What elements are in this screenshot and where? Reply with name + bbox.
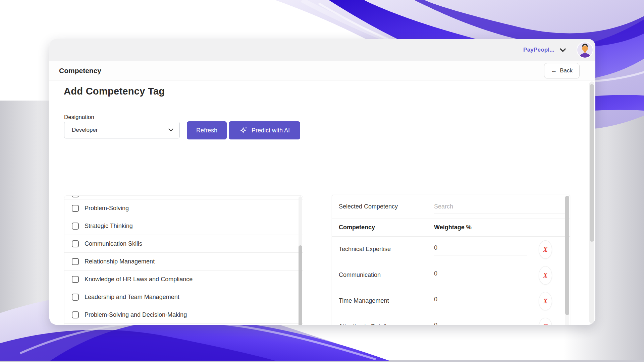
- list-item[interactable]: Problem-Solving: [64, 199, 303, 217]
- table-row: Technical Expertise X: [332, 237, 570, 262]
- checkbox[interactable]: [72, 311, 79, 318]
- list-item-label: Problem-Solving: [85, 205, 129, 212]
- window-scrollbar-thumb[interactable]: [590, 84, 594, 242]
- remove-x-icon: X: [543, 246, 547, 253]
- checkbox[interactable]: [72, 240, 79, 247]
- checkbox[interactable]: [72, 223, 79, 230]
- competency-checklist: Problem-Solving Strategic Thinking Commu…: [64, 195, 303, 325]
- selected-competency-title: Selected Competency: [339, 203, 398, 210]
- list-row-partial: [64, 196, 303, 199]
- page-header: Competency ← Back: [49, 61, 595, 80]
- back-button-label: Back: [560, 67, 573, 74]
- checkbox[interactable]: [72, 276, 79, 283]
- chevron-down-icon[interactable]: [560, 48, 566, 52]
- screen: PayPeopl... Competency: [0, 0, 644, 362]
- remove-row-button[interactable]: X: [539, 240, 552, 259]
- remove-x-icon: X: [543, 323, 547, 325]
- column-header-weightage: Weightage %: [434, 224, 472, 231]
- competency-name: Communication: [339, 272, 381, 279]
- column-header-competency: Competency: [339, 224, 375, 231]
- table-row: Attention to Detail X: [332, 314, 570, 325]
- table-row: Communication X: [332, 262, 570, 288]
- predict-with-ai-button[interactable]: Predict with AI: [229, 121, 300, 139]
- table-row: Time Management X: [332, 288, 570, 314]
- remove-row-button[interactable]: X: [539, 318, 552, 325]
- designation-selected-value: Developer: [72, 127, 168, 133]
- weightage-input[interactable]: [434, 318, 527, 325]
- list-item[interactable]: Communication Skills: [64, 235, 303, 253]
- competency-name: Time Management: [339, 297, 389, 304]
- list-scrollbar[interactable]: [299, 196, 302, 325]
- panel-scrollbar[interactable]: [565, 196, 569, 325]
- weightage-input[interactable]: [434, 241, 527, 255]
- remove-x-icon: X: [543, 272, 547, 279]
- search-input[interactable]: [434, 200, 565, 214]
- list-item[interactable]: Leadership and Team Management: [64, 288, 303, 306]
- competency-name: Attention to Detail: [339, 323, 386, 325]
- predict-button-label: Predict with AI: [252, 127, 290, 134]
- window-scrollbar[interactable]: [589, 81, 594, 324]
- list-item[interactable]: Knowledge of HR Laws and Compliance: [64, 270, 303, 288]
- checkbox[interactable]: [72, 258, 79, 265]
- list-item-label: Problem-Solving and Decision-Making: [85, 311, 187, 318]
- app-window: PayPeopl... Competency: [49, 39, 595, 325]
- chevron-down-icon: [168, 128, 173, 132]
- back-arrow-icon: ←: [551, 67, 557, 74]
- list-item[interactable]: Strategic Thinking: [64, 217, 303, 235]
- avatar[interactable]: [577, 42, 593, 58]
- content-area: Add Competency Tag Designation Developer…: [49, 80, 595, 325]
- panel-scrollbar-thumb[interactable]: [565, 196, 569, 315]
- remove-row-button[interactable]: X: [539, 292, 552, 310]
- weightage-input[interactable]: [434, 266, 527, 281]
- selected-panel-columns: Competency Weightage %: [332, 219, 570, 237]
- account-menu-label[interactable]: PayPeopl...: [523, 47, 554, 53]
- refresh-button-label: Refresh: [196, 127, 217, 134]
- list-item-label: Strategic Thinking: [85, 223, 133, 230]
- checkbox[interactable]: [72, 196, 79, 197]
- competency-name: Technical Expertise: [339, 246, 391, 253]
- top-bar: PayPeopl...: [49, 39, 595, 61]
- remove-row-button[interactable]: X: [539, 266, 552, 285]
- page-title: Competency: [59, 67, 101, 75]
- list-scrollbar-thumb[interactable]: [299, 245, 302, 325]
- refresh-button[interactable]: Refresh: [187, 121, 227, 139]
- list-item[interactable]: Problem-Solving and Decision-Making: [64, 306, 303, 324]
- checkbox[interactable]: [72, 294, 79, 301]
- list-item-label: Relationship Management: [85, 258, 155, 265]
- list-item-label: Knowledge of HR Laws and Compliance: [85, 276, 193, 283]
- back-button[interactable]: ← Back: [544, 63, 580, 78]
- selected-panel-header: Selected Competency: [332, 195, 570, 219]
- list-item[interactable]: Relationship Management: [64, 253, 303, 270]
- form-title: Add Competency Tag: [64, 86, 165, 97]
- sparkle-icon: [239, 126, 248, 134]
- checkbox[interactable]: [72, 205, 79, 212]
- designation-label: Designation: [64, 114, 94, 121]
- designation-select[interactable]: Developer: [64, 122, 180, 138]
- list-item-label: Leadership and Team Management: [85, 294, 179, 301]
- weightage-input[interactable]: [434, 292, 527, 307]
- selected-competency-panel: Selected Competency Competency Weightage…: [332, 195, 570, 325]
- remove-x-icon: X: [543, 297, 547, 305]
- list-item-label: Communication Skills: [85, 240, 142, 247]
